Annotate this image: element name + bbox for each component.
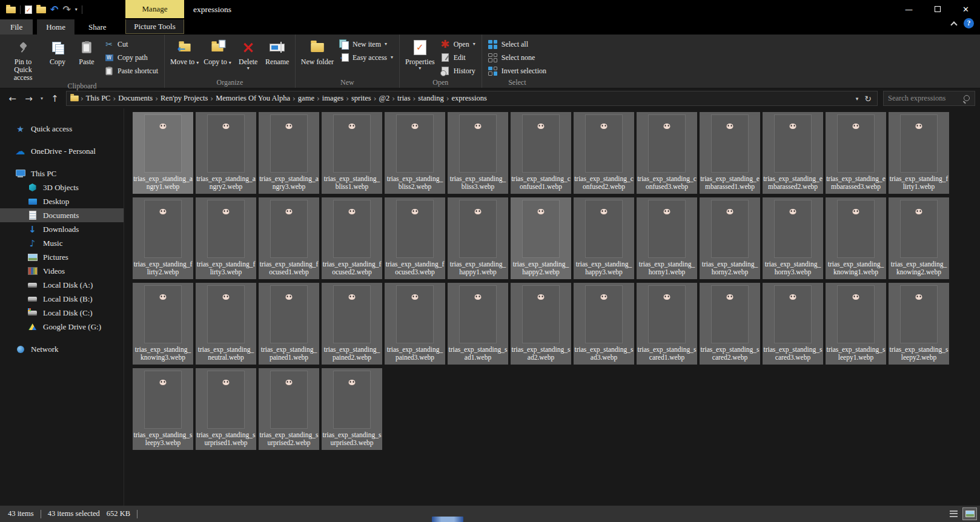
- breadcrumb-segment[interactable]: This PC: [84, 94, 113, 103]
- file-tile[interactable]: trias_exp_standing_sleepy2.webp: [889, 283, 949, 365]
- sidebar-item-google-drive-g[interactable]: Google Drive (G:): [0, 320, 124, 334]
- sidebar-item-pictures[interactable]: Pictures: [0, 250, 124, 264]
- collapse-ribbon-icon[interactable]: [950, 21, 957, 28]
- tab-picture-tools[interactable]: Picture Tools: [125, 19, 184, 34]
- file-tile[interactable]: trias_exp_standing_happy1.webp: [448, 197, 508, 279]
- sidebar-item-this-pc[interactable]: This PC: [0, 167, 124, 180]
- breadcrumb-segment[interactable]: standing: [416, 94, 446, 103]
- forward-button[interactable]: →: [21, 91, 36, 106]
- up-button[interactable]: ↑: [47, 91, 62, 106]
- file-tile[interactable]: trias_exp_standing_sad2.webp: [511, 283, 571, 365]
- file-tile[interactable]: trias_exp_standing_scared1.webp: [637, 283, 697, 365]
- sidebar-item-local-disk-a[interactable]: Local Disk (A:): [0, 278, 124, 292]
- new-item-button[interactable]: New item▾: [337, 38, 396, 50]
- file-tile[interactable]: trias_exp_standing_flirty2.webp: [133, 197, 193, 279]
- help-icon[interactable]: ?: [964, 18, 974, 28]
- search-box[interactable]: [883, 91, 975, 106]
- sidebar-item-documents[interactable]: Documents: [0, 208, 124, 222]
- details-view-button[interactable]: [946, 507, 961, 520]
- search-input[interactable]: [888, 94, 959, 103]
- search-icon[interactable]: [962, 94, 970, 102]
- file-tile[interactable]: trias_exp_standing_bliss1.webp: [322, 112, 382, 194]
- file-tile[interactable]: trias_exp_standing_knowing1.webp: [826, 197, 886, 279]
- tab-share[interactable]: Share: [79, 19, 116, 35]
- breadcrumb-segment[interactable]: trias: [395, 94, 413, 103]
- breadcrumb-segment[interactable]: images: [320, 94, 346, 103]
- folder-icon[interactable]: [6, 7, 16, 13]
- file-tile[interactable]: trias_exp_standing_pained3.webp: [385, 283, 445, 365]
- sidebar-item-onedrive-personal[interactable]: OneDrive - Personal: [0, 144, 124, 158]
- undo-icon[interactable]: ↶: [50, 5, 58, 14]
- file-tile[interactable]: trias_exp_standing_bliss3.webp: [448, 112, 508, 194]
- new-folder-icon[interactable]: [36, 7, 46, 13]
- breadcrumb-segment[interactable]: expressions: [449, 94, 489, 103]
- file-tile[interactable]: trias_exp_standing_focused3.webp: [385, 197, 445, 279]
- file-tile[interactable]: trias_exp_standing_sad1.webp: [448, 283, 508, 365]
- paste-shortcut-button[interactable]: Paste shortcut: [102, 65, 161, 77]
- file-tile[interactable]: trias_exp_standing_sleepy3.webp: [133, 368, 193, 450]
- customize-toolbar-chevron-icon[interactable]: ▾: [75, 7, 78, 12]
- file-tile[interactable]: trias_exp_standing_surprised2.webp: [259, 368, 319, 450]
- copy-button[interactable]: Copy: [44, 36, 71, 66]
- file-tile[interactable]: trias_exp_standing_neutral.webp: [196, 283, 256, 365]
- file-tile[interactable]: trias_exp_standing_angry2.webp: [196, 112, 256, 194]
- easy-access-button[interactable]: → Easy access▾: [337, 51, 396, 64]
- delete-button[interactable]: × Delete▾: [234, 36, 262, 71]
- file-tile[interactable]: trias_exp_standing_bliss2.webp: [385, 112, 445, 194]
- breadcrumb-segment[interactable]: Ren'py Projects: [158, 94, 210, 103]
- file-tile[interactable]: trias_exp_standing_focused2.webp: [322, 197, 382, 279]
- file-tile[interactable]: trias_exp_standing_scared3.webp: [763, 283, 823, 365]
- breadcrumb-segment[interactable]: Memories Of You Alpha: [213, 94, 293, 103]
- file-tile[interactable]: trias_exp_standing_confused3.webp: [637, 112, 697, 194]
- file-tile[interactable]: trias_exp_standing_surprised3.webp: [322, 368, 382, 450]
- sidebar-item-quick-access[interactable]: Quick access: [0, 122, 124, 136]
- pin-to-quick-access-button[interactable]: Pin to Quick access: [4, 36, 42, 82]
- invert-selection-button[interactable]: Invert selection: [486, 65, 549, 77]
- file-tile[interactable]: trias_exp_standing_horny1.webp: [637, 197, 697, 279]
- cut-button[interactable]: ✂ Cut: [102, 38, 161, 50]
- close-button[interactable]: ✕: [952, 0, 980, 18]
- open-button[interactable]: ✱ Open▾: [438, 38, 478, 50]
- file-tile[interactable]: trias_exp_standing_knowing2.webp: [889, 197, 949, 279]
- tab-file[interactable]: File: [0, 19, 33, 35]
- rename-button[interactable]: Rename: [263, 36, 291, 66]
- sidebar-item-3d-objects[interactable]: 3D Objects: [0, 180, 124, 194]
- back-button[interactable]: ←: [5, 91, 20, 106]
- properties-icon[interactable]: ✓: [25, 5, 32, 14]
- file-tile[interactable]: trias_exp_standing_embarassed1.webp: [700, 112, 760, 194]
- sidebar-item-music[interactable]: Music: [0, 236, 124, 250]
- large-icons-view-button[interactable]: [962, 507, 977, 520]
- file-tile[interactable]: trias_exp_standing_scared2.webp: [700, 283, 760, 365]
- file-tile[interactable]: trias_exp_standing_happy2.webp: [511, 197, 571, 279]
- sidebar-item-videos[interactable]: Videos: [0, 264, 124, 278]
- sidebar-item-network[interactable]: Network: [0, 342, 124, 356]
- breadcrumb-segment[interactable]: @2: [376, 94, 392, 103]
- file-tile[interactable]: trias_exp_standing_angry1.webp: [133, 112, 193, 194]
- file-tile[interactable]: trias_exp_standing_flirty1.webp: [889, 112, 949, 194]
- sidebar-item-downloads[interactable]: Downloads: [0, 222, 124, 236]
- maximize-button[interactable]: [923, 0, 952, 18]
- sidebar-item-desktop[interactable]: Desktop: [0, 194, 124, 208]
- file-tile[interactable]: trias_exp_standing_focused1.webp: [259, 197, 319, 279]
- file-tile[interactable]: trias_exp_standing_embarassed2.webp: [763, 112, 823, 194]
- sidebar-item-local-disk-c[interactable]: Local Disk (C:): [0, 306, 124, 320]
- file-tile[interactable]: trias_exp_standing_confused2.webp: [574, 112, 634, 194]
- file-tile[interactable]: trias_exp_standing_surprised1.webp: [196, 368, 256, 450]
- refresh-icon[interactable]: ↻: [864, 94, 872, 104]
- file-tile[interactable]: trias_exp_standing_knowing3.webp: [133, 283, 193, 365]
- move-to-button[interactable]: ← Move to ▾: [168, 36, 200, 66]
- properties-button[interactable]: ✓ Properties▾: [403, 36, 437, 71]
- copy-path-button[interactable]: W Copy path: [102, 51, 161, 64]
- new-folder-button[interactable]: New folder: [299, 36, 336, 66]
- file-tile[interactable]: trias_exp_standing_angry3.webp: [259, 112, 319, 194]
- file-tile[interactable]: trias_exp_standing_flirty3.webp: [196, 197, 256, 279]
- file-tile[interactable]: trias_exp_standing_sad3.webp: [574, 283, 634, 365]
- file-tile[interactable]: trias_exp_standing_sleepy1.webp: [826, 283, 886, 365]
- file-tile[interactable]: trias_exp_standing_happy3.webp: [574, 197, 634, 279]
- copy-to-button[interactable]: Copy to ▾: [202, 36, 233, 66]
- paste-button[interactable]: Paste: [73, 36, 101, 66]
- minimize-button[interactable]: —: [895, 0, 923, 18]
- file-tile[interactable]: trias_exp_standing_horny2.webp: [700, 197, 760, 279]
- file-tile[interactable]: trias_exp_standing_pained2.webp: [322, 283, 382, 365]
- address-dropdown-chevron-icon[interactable]: ▾: [856, 96, 859, 101]
